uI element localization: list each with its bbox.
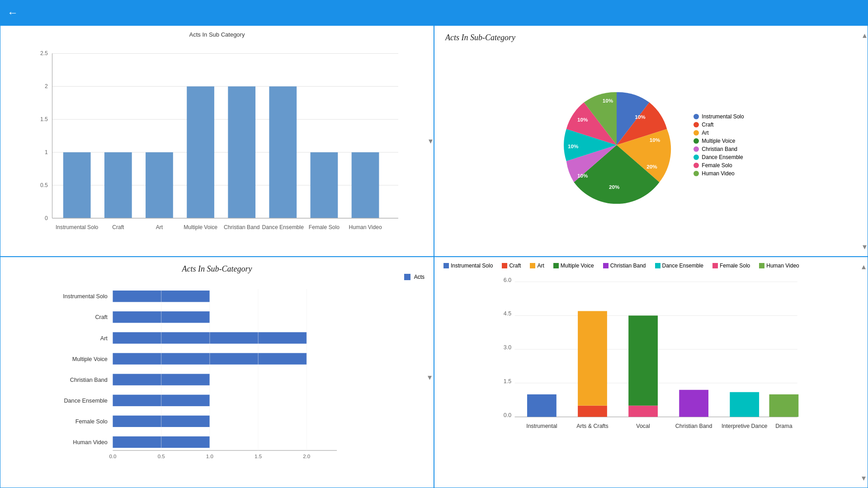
- svg-text:Instrumental: Instrumental: [526, 423, 557, 429]
- panel-vertical-bar: Acts In Sub Category 2.5 2 1.5 1 0.5 0 I…: [0, 25, 434, 257]
- l4-label-female: Female Solo: [720, 263, 750, 269]
- legend-label-multiple-voice: Multiple Voice: [702, 138, 735, 144]
- l4-label-human: Human Video: [766, 263, 799, 269]
- legend-label-art: Art: [702, 130, 708, 136]
- l4-label-dance: Dance Ensemble: [662, 263, 703, 269]
- svg-text:Instrumental Solo: Instrumental Solo: [56, 224, 99, 230]
- panel1-title: Acts In Sub Category: [6, 31, 428, 38]
- legend-label-craft: Craft: [702, 122, 713, 128]
- vertical-bar-chart: 2.5 2 1.5 1 0.5 0 Instrumental Solo Craf…: [6, 40, 428, 249]
- svg-text:10%: 10%: [603, 98, 613, 103]
- horizontal-bar-chart: Instrumental Solo Craft Art Multiple Voi…: [9, 284, 425, 461]
- svg-text:2: 2: [45, 83, 48, 89]
- legend-label-female-solo: Female Solo: [702, 162, 732, 169]
- legend-dance-ensemble: Dance Ensemble: [693, 154, 744, 160]
- pie-container: 10% 10% 20% 20% 10% 10% 10% 10% Instrume…: [445, 46, 857, 244]
- legend-dot-instrumental: [693, 114, 699, 119]
- legend-dot-dance-ensemble: [693, 155, 699, 160]
- legend-human-video: Human Video: [693, 170, 744, 177]
- l4-label-craft: Craft: [509, 263, 521, 269]
- l4-dot-craft: [502, 263, 507, 268]
- legend4-human-video: Human Video: [759, 263, 799, 269]
- svg-text:Female Solo: Female Solo: [309, 224, 340, 230]
- l4-dot-dance: [655, 263, 660, 268]
- legend-multiple-voice: Multiple Voice: [693, 138, 744, 144]
- svg-rect-85: [730, 392, 759, 417]
- legend-female-solo: Female Solo: [693, 162, 744, 169]
- legend4-christian-band: Christian Band: [603, 263, 646, 269]
- legend-dot-female-solo: [693, 163, 699, 168]
- svg-text:6.0: 6.0: [504, 277, 511, 283]
- svg-text:Instrumental Solo: Instrumental Solo: [63, 293, 108, 300]
- svg-text:10%: 10%: [650, 137, 660, 143]
- pie-legend: Instrumental Solo Craft Art Multiple Voi…: [693, 113, 744, 177]
- svg-rect-18: [187, 86, 214, 218]
- svg-text:Dance Ensemble: Dance Ensemble: [262, 224, 304, 230]
- legend-dot-christian-band: [693, 146, 699, 152]
- panel-pie: Acts In Sub-Category: [434, 25, 868, 257]
- svg-rect-12: [63, 152, 91, 218]
- scroll-up-indicator: ▴: [863, 30, 867, 40]
- svg-rect-20: [228, 86, 255, 218]
- svg-text:Drama: Drama: [775, 423, 792, 429]
- svg-text:1.0: 1.0: [206, 454, 213, 459]
- svg-text:10%: 10%: [568, 143, 579, 149]
- svg-text:2.0: 2.0: [303, 454, 310, 459]
- legend-dot-human-video: [693, 171, 699, 176]
- svg-text:0: 0: [45, 215, 48, 221]
- svg-rect-87: [769, 394, 799, 417]
- panel3-legend-dot: [404, 274, 410, 280]
- legend-art: Art: [693, 130, 744, 136]
- panel3-title-container: Acts In Sub-Category: [9, 264, 425, 274]
- legend4-female-solo: Female Solo: [712, 263, 750, 269]
- svg-text:1.5: 1.5: [40, 116, 48, 122]
- svg-text:0.5: 0.5: [40, 182, 48, 188]
- panel4-legend: Instrumental Solo Craft Art Multiple Voi…: [443, 263, 859, 269]
- panel2-title: Acts In Sub-Category: [445, 33, 857, 42]
- panel3-title: Acts In Sub-Category: [182, 264, 252, 273]
- legend-craft: Craft: [693, 122, 744, 128]
- l4-dot-art: [530, 263, 535, 268]
- legend-instrumental-solo: Instrumental Solo: [693, 113, 744, 120]
- svg-text:10%: 10%: [577, 173, 588, 178]
- svg-text:1: 1: [45, 149, 48, 155]
- svg-text:Arts & Crafts: Arts & Crafts: [576, 423, 609, 429]
- svg-text:Dance Ensemble: Dance Ensemble: [64, 398, 107, 404]
- svg-rect-24: [311, 152, 338, 218]
- svg-text:10%: 10%: [577, 117, 588, 122]
- svg-text:Female Solo: Female Solo: [75, 418, 108, 425]
- legend-label-christian-band: Christian Band: [702, 146, 737, 152]
- svg-text:0.0: 0.0: [504, 412, 511, 418]
- l4-label-instrumental: Instrumental Solo: [451, 263, 493, 269]
- legend-dot-multiple-voice: [693, 138, 699, 144]
- legend4-multiple-voice: Multiple Voice: [553, 263, 594, 269]
- svg-rect-75: [527, 394, 557, 417]
- panel3-legend: Acts: [9, 274, 425, 280]
- l4-label-christian: Christian Band: [610, 263, 646, 269]
- svg-rect-80: [628, 406, 658, 417]
- svg-rect-78: [578, 311, 607, 405]
- svg-text:Christian Band: Christian Band: [224, 224, 260, 230]
- svg-text:Multiple Voice: Multiple Voice: [184, 224, 217, 230]
- svg-text:3.0: 3.0: [504, 344, 511, 351]
- legend4-dance-ensemble: Dance Ensemble: [655, 263, 703, 269]
- panel-horizontal-bar: Acts In Sub-Category Acts Instrumental S…: [0, 257, 434, 488]
- svg-rect-14: [104, 152, 132, 218]
- svg-rect-77: [578, 406, 607, 417]
- svg-rect-81: [628, 315, 658, 405]
- main-grid: Acts In Sub Category 2.5 2 1.5 1 0.5 0 I…: [0, 25, 868, 488]
- svg-rect-16: [146, 152, 173, 218]
- legend-dot-craft: [693, 122, 699, 127]
- svg-text:Interpretive Dance: Interpretive Dance: [722, 423, 768, 429]
- legend-label-instrumental: Instrumental Solo: [702, 113, 744, 120]
- svg-text:Craft: Craft: [95, 314, 108, 320]
- back-button[interactable]: ←: [7, 6, 18, 19]
- svg-text:20%: 20%: [609, 184, 620, 190]
- l4-dot-instrumental: [443, 263, 449, 268]
- l4-dot-female: [712, 263, 718, 268]
- pie-chart: 10% 10% 20% 20% 10% 10% 10% 10%: [558, 86, 675, 204]
- legend-christian-band: Christian Band: [693, 146, 744, 152]
- l4-dot-multiple: [553, 263, 559, 268]
- svg-text:4.5: 4.5: [504, 310, 511, 317]
- svg-rect-22: [269, 86, 297, 218]
